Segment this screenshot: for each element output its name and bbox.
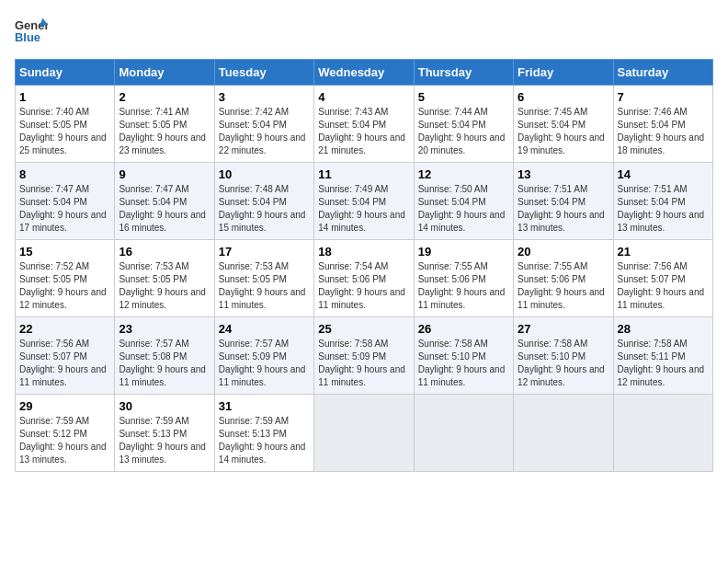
day-number: 12 bbox=[418, 167, 509, 181]
day-info: Sunrise: 7:59 AMSunset: 5:13 PMDaylight:… bbox=[119, 415, 210, 466]
day-number: 24 bbox=[219, 322, 310, 336]
day-number: 9 bbox=[119, 167, 210, 181]
calendar-cell: 14 Sunrise: 7:51 AMSunset: 5:04 PMDaylig… bbox=[613, 163, 712, 240]
day-number: 2 bbox=[119, 90, 210, 104]
day-info: Sunrise: 7:43 AMSunset: 5:04 PMDaylight:… bbox=[318, 106, 409, 157]
calendar-week-1: 1 Sunrise: 7:40 AMSunset: 5:05 PMDayligh… bbox=[16, 86, 713, 163]
day-number: 15 bbox=[19, 245, 110, 259]
calendar-header-friday: Friday bbox=[514, 60, 613, 86]
calendar-header-thursday: Thursday bbox=[414, 60, 513, 86]
calendar-cell: 1 Sunrise: 7:40 AMSunset: 5:05 PMDayligh… bbox=[16, 86, 115, 163]
day-number: 4 bbox=[318, 90, 409, 104]
day-number: 16 bbox=[119, 245, 210, 259]
day-info: Sunrise: 7:42 AMSunset: 5:04 PMDaylight:… bbox=[219, 106, 310, 157]
calendar-week-5: 29 Sunrise: 7:59 AMSunset: 5:12 PMDaylig… bbox=[16, 395, 713, 472]
day-number: 8 bbox=[19, 167, 110, 181]
calendar-header-wednesday: Wednesday bbox=[314, 60, 414, 86]
day-number: 27 bbox=[518, 322, 609, 336]
calendar-cell: 8 Sunrise: 7:47 AMSunset: 5:04 PMDayligh… bbox=[16, 163, 115, 240]
calendar-header-sunday: Sunday bbox=[16, 60, 115, 86]
day-number: 29 bbox=[19, 399, 110, 413]
calendar-week-2: 8 Sunrise: 7:47 AMSunset: 5:04 PMDayligh… bbox=[16, 163, 713, 240]
calendar-cell: 30 Sunrise: 7:59 AMSunset: 5:13 PMDaylig… bbox=[115, 395, 214, 472]
calendar-cell bbox=[613, 395, 712, 472]
day-info: Sunrise: 7:59 AMSunset: 5:12 PMDaylight:… bbox=[19, 415, 110, 466]
day-info: Sunrise: 7:58 AMSunset: 5:10 PMDaylight:… bbox=[518, 338, 609, 389]
calendar-week-3: 15 Sunrise: 7:52 AMSunset: 5:05 PMDaylig… bbox=[16, 240, 713, 317]
day-info: Sunrise: 7:53 AMSunset: 5:05 PMDaylight:… bbox=[119, 260, 210, 312]
day-info: Sunrise: 7:44 AMSunset: 5:04 PMDaylight:… bbox=[418, 106, 509, 157]
day-number: 14 bbox=[618, 167, 709, 181]
day-number: 11 bbox=[318, 167, 409, 181]
calendar-cell: 9 Sunrise: 7:47 AMSunset: 5:04 PMDayligh… bbox=[115, 163, 214, 240]
day-info: Sunrise: 7:58 AMSunset: 5:10 PMDaylight:… bbox=[418, 338, 509, 389]
day-number: 21 bbox=[618, 245, 709, 259]
calendar-cell: 31 Sunrise: 7:59 AMSunset: 5:13 PMDaylig… bbox=[214, 395, 313, 472]
day-number: 20 bbox=[518, 245, 609, 259]
day-info: Sunrise: 7:55 AMSunset: 5:06 PMDaylight:… bbox=[518, 260, 609, 312]
day-info: Sunrise: 7:56 AMSunset: 5:07 PMDaylight:… bbox=[618, 260, 709, 312]
day-info: Sunrise: 7:41 AMSunset: 5:05 PMDaylight:… bbox=[119, 106, 210, 157]
calendar-table: SundayMondayTuesdayWednesdayThursdayFrid… bbox=[15, 59, 713, 472]
calendar-cell: 16 Sunrise: 7:53 AMSunset: 5:05 PMDaylig… bbox=[115, 240, 214, 317]
calendar-cell: 21 Sunrise: 7:56 AMSunset: 5:07 PMDaylig… bbox=[613, 240, 712, 317]
calendar-cell: 6 Sunrise: 7:45 AMSunset: 5:04 PMDayligh… bbox=[514, 86, 613, 163]
calendar-cell: 3 Sunrise: 7:42 AMSunset: 5:04 PMDayligh… bbox=[214, 86, 313, 163]
day-number: 23 bbox=[119, 322, 210, 336]
calendar-cell: 13 Sunrise: 7:51 AMSunset: 5:04 PMDaylig… bbox=[514, 163, 613, 240]
day-number: 7 bbox=[618, 90, 709, 104]
calendar-cell: 4 Sunrise: 7:43 AMSunset: 5:04 PMDayligh… bbox=[314, 86, 414, 163]
calendar-cell: 27 Sunrise: 7:58 AMSunset: 5:10 PMDaylig… bbox=[514, 317, 613, 395]
day-info: Sunrise: 7:58 AMSunset: 5:11 PMDaylight:… bbox=[618, 338, 709, 389]
calendar-cell: 11 Sunrise: 7:49 AMSunset: 5:04 PMDaylig… bbox=[314, 163, 414, 240]
day-info: Sunrise: 7:51 AMSunset: 5:04 PMDaylight:… bbox=[518, 183, 609, 235]
day-number: 1 bbox=[19, 90, 110, 104]
calendar-cell: 26 Sunrise: 7:58 AMSunset: 5:10 PMDaylig… bbox=[414, 317, 513, 395]
calendar-cell bbox=[314, 395, 414, 472]
day-info: Sunrise: 7:53 AMSunset: 5:05 PMDaylight:… bbox=[219, 260, 310, 312]
day-number: 25 bbox=[318, 322, 409, 336]
day-info: Sunrise: 7:46 AMSunset: 5:04 PMDaylight:… bbox=[618, 106, 709, 157]
calendar-cell: 5 Sunrise: 7:44 AMSunset: 5:04 PMDayligh… bbox=[414, 86, 513, 163]
day-info: Sunrise: 7:47 AMSunset: 5:04 PMDaylight:… bbox=[19, 183, 110, 235]
day-number: 5 bbox=[418, 90, 509, 104]
calendar-header-row: SundayMondayTuesdayWednesdayThursdayFrid… bbox=[16, 60, 713, 86]
day-info: Sunrise: 7:52 AMSunset: 5:05 PMDaylight:… bbox=[19, 260, 110, 312]
day-info: Sunrise: 7:40 AMSunset: 5:05 PMDaylight:… bbox=[19, 106, 110, 157]
day-info: Sunrise: 7:58 AMSunset: 5:09 PMDaylight:… bbox=[318, 338, 409, 389]
calendar-header-saturday: Saturday bbox=[613, 60, 712, 86]
day-number: 30 bbox=[119, 399, 210, 413]
day-number: 3 bbox=[219, 90, 310, 104]
calendar-week-4: 22 Sunrise: 7:56 AMSunset: 5:07 PMDaylig… bbox=[16, 317, 713, 395]
calendar-cell: 29 Sunrise: 7:59 AMSunset: 5:12 PMDaylig… bbox=[16, 395, 115, 472]
logo: General Blue bbox=[15, 15, 48, 48]
day-number: 10 bbox=[219, 167, 310, 181]
logo-icon: General Blue bbox=[15, 15, 48, 48]
calendar-cell: 28 Sunrise: 7:58 AMSunset: 5:11 PMDaylig… bbox=[613, 317, 712, 395]
calendar-cell: 20 Sunrise: 7:55 AMSunset: 5:06 PMDaylig… bbox=[514, 240, 613, 317]
day-info: Sunrise: 7:57 AMSunset: 5:08 PMDaylight:… bbox=[119, 338, 210, 389]
day-number: 19 bbox=[418, 245, 509, 259]
day-info: Sunrise: 7:51 AMSunset: 5:04 PMDaylight:… bbox=[618, 183, 709, 235]
day-info: Sunrise: 7:56 AMSunset: 5:07 PMDaylight:… bbox=[19, 338, 110, 389]
calendar-cell: 15 Sunrise: 7:52 AMSunset: 5:05 PMDaylig… bbox=[16, 240, 115, 317]
calendar-header-monday: Monday bbox=[115, 60, 214, 86]
day-number: 31 bbox=[219, 399, 310, 413]
calendar-header-tuesday: Tuesday bbox=[214, 60, 313, 86]
svg-text:Blue: Blue bbox=[15, 30, 40, 44]
day-number: 18 bbox=[318, 245, 409, 259]
day-info: Sunrise: 7:57 AMSunset: 5:09 PMDaylight:… bbox=[219, 338, 310, 389]
day-info: Sunrise: 7:47 AMSunset: 5:04 PMDaylight:… bbox=[119, 183, 210, 235]
day-info: Sunrise: 7:50 AMSunset: 5:04 PMDaylight:… bbox=[418, 183, 509, 235]
day-info: Sunrise: 7:45 AMSunset: 5:04 PMDaylight:… bbox=[518, 106, 609, 157]
calendar-cell: 22 Sunrise: 7:56 AMSunset: 5:07 PMDaylig… bbox=[16, 317, 115, 395]
calendar-cell: 10 Sunrise: 7:48 AMSunset: 5:04 PMDaylig… bbox=[214, 163, 313, 240]
day-info: Sunrise: 7:54 AMSunset: 5:06 PMDaylight:… bbox=[318, 260, 409, 312]
day-number: 6 bbox=[518, 90, 609, 104]
header: General Blue bbox=[15, 15, 713, 48]
day-number: 28 bbox=[618, 322, 709, 336]
calendar-cell: 7 Sunrise: 7:46 AMSunset: 5:04 PMDayligh… bbox=[613, 86, 712, 163]
calendar-cell: 2 Sunrise: 7:41 AMSunset: 5:05 PMDayligh… bbox=[115, 86, 214, 163]
calendar-cell: 19 Sunrise: 7:55 AMSunset: 5:06 PMDaylig… bbox=[414, 240, 513, 317]
calendar-cell: 24 Sunrise: 7:57 AMSunset: 5:09 PMDaylig… bbox=[214, 317, 313, 395]
